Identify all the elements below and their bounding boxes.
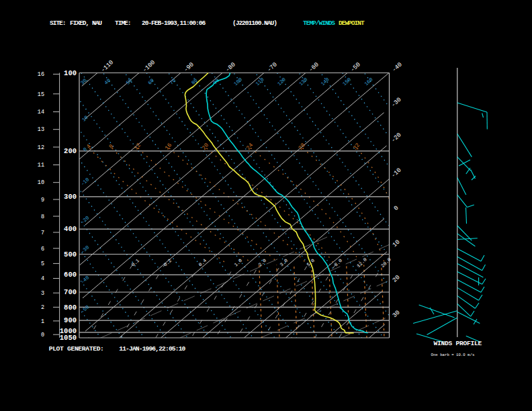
- svg-text:2: 2: [41, 304, 44, 311]
- svg-text:5: 5: [41, 261, 44, 267]
- svg-text:(J2201100.NAU): (J2201100.NAU): [232, 19, 277, 27]
- svg-text:DEWPOINT: DEWPOINT: [339, 19, 365, 27]
- svg-text:7: 7: [41, 230, 44, 236]
- svg-text:100: 100: [64, 69, 77, 77]
- svg-text:WINDS PROFILE: WINDS PROFILE: [434, 340, 482, 347]
- svg-text:200: 200: [64, 147, 77, 155]
- svg-text:11-JAN-1996,22:05:10: 11-JAN-1996,22:05:10: [119, 345, 185, 353]
- svg-text:11: 11: [38, 162, 44, 169]
- svg-text:300: 300: [64, 193, 77, 201]
- svg-text:0: 0: [41, 332, 44, 338]
- svg-text:16: 16: [38, 71, 44, 78]
- svg-text:TIME:: TIME:: [115, 19, 131, 27]
- svg-text:500: 500: [64, 250, 77, 259]
- svg-text:10: 10: [38, 179, 44, 186]
- svg-text:700: 700: [64, 288, 77, 296]
- svg-text:900: 900: [64, 316, 77, 324]
- svg-text:20-FEB-1993,11:00:06: 20-FEB-1993,11:00:06: [142, 19, 206, 27]
- svg-text:9: 9: [41, 197, 44, 203]
- svg-text:800: 800: [64, 304, 77, 312]
- svg-text:12: 12: [38, 144, 44, 151]
- svg-text:SITE:: SITE:: [50, 19, 66, 27]
- svg-text:600: 600: [64, 271, 77, 279]
- svg-text:One barb = 10.0 m/s: One barb = 10.0 m/s: [431, 353, 475, 357]
- svg-text:FIXED, NAU: FIXED, NAU: [70, 19, 102, 27]
- svg-text:13: 13: [38, 126, 44, 133]
- svg-text:1050: 1050: [60, 334, 77, 342]
- svg-text:400: 400: [64, 225, 77, 233]
- svg-text:4: 4: [41, 275, 44, 282]
- svg-text:8: 8: [41, 214, 44, 220]
- svg-text:15: 15: [38, 91, 44, 98]
- svg-text:PLOT GENERATED:: PLOT GENERATED:: [49, 345, 104, 353]
- svg-text:3: 3: [41, 290, 44, 297]
- svg-text:1: 1: [41, 318, 44, 325]
- svg-text:6: 6: [41, 246, 44, 253]
- svg-text:14: 14: [38, 109, 44, 116]
- svg-text:TEMP/WINDS: TEMP/WINDS: [303, 19, 335, 27]
